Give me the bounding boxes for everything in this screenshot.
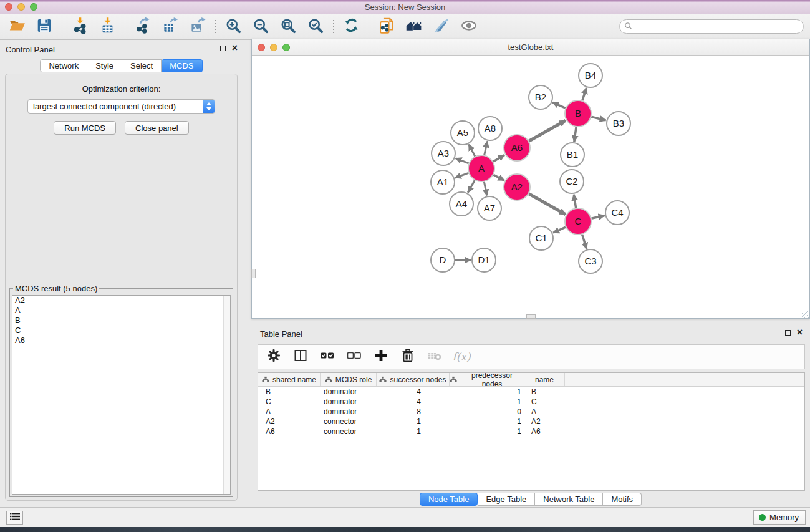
table-cell[interactable]: 1 <box>450 417 524 426</box>
memory-button[interactable]: Memory <box>753 510 806 525</box>
search-field[interactable] <box>619 19 804 34</box>
import-network-button[interactable] <box>70 17 89 36</box>
birds-eye-toggle-bottom[interactable] <box>526 314 536 319</box>
table-row[interactable]: A2connector11A2 <box>258 417 804 427</box>
edge-B-B2[interactable] <box>552 102 566 108</box>
table-cell[interactable]: dominator <box>321 407 377 416</box>
add-row-button[interactable] <box>373 349 389 365</box>
birds-eye-toggle-left[interactable] <box>251 269 256 278</box>
result-scrollbar[interactable] <box>223 296 230 494</box>
table-cell[interactable]: 1 <box>450 397 524 406</box>
zoom-in-button[interactable] <box>224 17 243 36</box>
edge-A6-B[interactable] <box>529 120 566 141</box>
edge-A-A6[interactable] <box>493 155 504 162</box>
result-item[interactable]: A <box>12 306 230 316</box>
edge-C-C4[interactable] <box>591 216 604 219</box>
table-cell[interactable]: A2 <box>524 417 565 426</box>
edge-A-A5[interactable] <box>469 145 475 157</box>
result-item[interactable]: A2 <box>12 296 230 306</box>
table-cell[interactable]: A <box>524 407 565 416</box>
export-image-button[interactable] <box>188 17 207 36</box>
edge-B-B3[interactable] <box>591 117 605 120</box>
tab-mcds[interactable]: MCDS <box>162 59 202 72</box>
tab-style[interactable]: Style <box>87 59 122 72</box>
search-input[interactable] <box>635 22 803 31</box>
mcds-result-list[interactable]: A2ABCA6 <box>12 295 231 495</box>
table-row[interactable]: Adominator80A <box>258 407 804 417</box>
table-cell[interactable]: 1 <box>450 387 524 396</box>
table-cell[interactable]: 1 <box>377 427 450 436</box>
table-cell[interactable]: C <box>524 397 565 406</box>
result-item[interactable]: C <box>12 326 230 336</box>
tab-network[interactable]: Network <box>40 59 87 72</box>
edge-C-C2[interactable] <box>574 195 576 208</box>
close-table-panel-icon[interactable]: × <box>797 329 803 336</box>
tab-network-table[interactable]: Network Table <box>535 493 603 506</box>
table-cell[interactable]: A6 <box>524 427 565 436</box>
table-cell[interactable]: dominator <box>321 397 377 406</box>
table-cell[interactable]: B <box>524 387 565 396</box>
tab-select[interactable]: Select <box>122 59 162 72</box>
edge-A2-C[interactable] <box>529 194 566 215</box>
table-row[interactable]: Bdominator41B <box>258 387 804 397</box>
table-cell[interactable]: B <box>258 387 321 396</box>
table-cell[interactable]: A2 <box>258 417 321 426</box>
table-cell[interactable]: connector <box>321 417 377 426</box>
table-cell[interactable]: 1 <box>377 417 450 426</box>
function-builder-button[interactable]: f(x) <box>453 349 470 365</box>
save-session-button[interactable] <box>35 17 54 36</box>
hide-annotations-button[interactable] <box>432 17 451 36</box>
column-header-shared-name[interactable]: shared name <box>258 373 321 386</box>
network-canvas[interactable]: AA1A2A3A4A5A6A7A8BB1B2B3B4CC1C2C3C4DD1 <box>252 56 809 318</box>
resize-grip-icon[interactable] <box>802 311 809 318</box>
edge-A-A2[interactable] <box>493 175 504 180</box>
tab-node-table[interactable]: Node Table <box>420 493 478 506</box>
show-columns-button[interactable] <box>292 349 309 365</box>
edge-A-A3[interactable] <box>456 158 469 163</box>
edge-C-C3[interactable] <box>582 235 587 249</box>
deselect-all-button[interactable] <box>346 349 362 365</box>
network-window-titlebar[interactable]: testGlobe.txt <box>252 39 809 56</box>
node-table[interactable]: shared nameMCDS rolesuccessor nodesprede… <box>258 372 805 491</box>
edge-B-B4[interactable] <box>582 88 587 100</box>
apply-layout-button[interactable] <box>342 17 360 36</box>
edge-B-B1[interactable] <box>574 127 576 142</box>
select-all-button[interactable] <box>319 349 335 365</box>
tab-motifs[interactable]: Motifs <box>603 493 642 506</box>
close-panel-button[interactable]: Close panel <box>125 121 189 135</box>
zoom-out-button[interactable] <box>251 17 270 36</box>
delete-table-button[interactable] <box>427 349 443 365</box>
table-cell[interactable]: A6 <box>258 427 321 436</box>
edge-A-A7[interactable] <box>484 182 486 196</box>
table-row[interactable]: Cdominator41C <box>258 397 804 407</box>
first-neighbors-button[interactable] <box>405 17 423 36</box>
table-cell[interactable]: 8 <box>377 407 450 416</box>
float-panel-icon[interactable] <box>220 46 226 51</box>
table-cell[interactable]: C <box>258 397 321 406</box>
result-item[interactable]: A6 <box>12 336 230 346</box>
import-table-button[interactable] <box>98 17 117 36</box>
zoom-fit-button[interactable] <box>279 17 297 36</box>
edge-A-A8[interactable] <box>485 142 488 155</box>
table-row[interactable]: A6connector11A6 <box>258 427 804 437</box>
run-mcds-button[interactable]: Run MCDS <box>54 121 116 135</box>
open-file-button[interactable] <box>7 17 26 36</box>
export-network-button[interactable] <box>133 17 152 36</box>
column-settings-button[interactable] <box>266 349 282 365</box>
table-cell[interactable]: connector <box>321 427 377 436</box>
table-cell[interactable]: 4 <box>377 397 450 406</box>
zoom-selected-button[interactable] <box>306 17 325 36</box>
edge-C-C1[interactable] <box>553 227 566 233</box>
table-cell[interactable]: A <box>258 407 321 416</box>
table-cell[interactable]: 4 <box>377 387 450 396</box>
table-cell[interactable]: dominator <box>321 387 377 396</box>
export-table-button[interactable] <box>161 17 180 36</box>
column-header-name[interactable]: name <box>524 373 565 386</box>
delete-row-button[interactable] <box>400 349 416 365</box>
criterion-select[interactable]: largest connected component (directed) <box>27 99 215 114</box>
table-cell[interactable]: 1 <box>450 427 524 436</box>
result-item[interactable]: B <box>12 316 230 326</box>
float-table-panel-icon[interactable] <box>785 330 791 336</box>
table-cell[interactable]: 0 <box>450 407 524 416</box>
edge-A-A1[interactable] <box>455 173 468 178</box>
